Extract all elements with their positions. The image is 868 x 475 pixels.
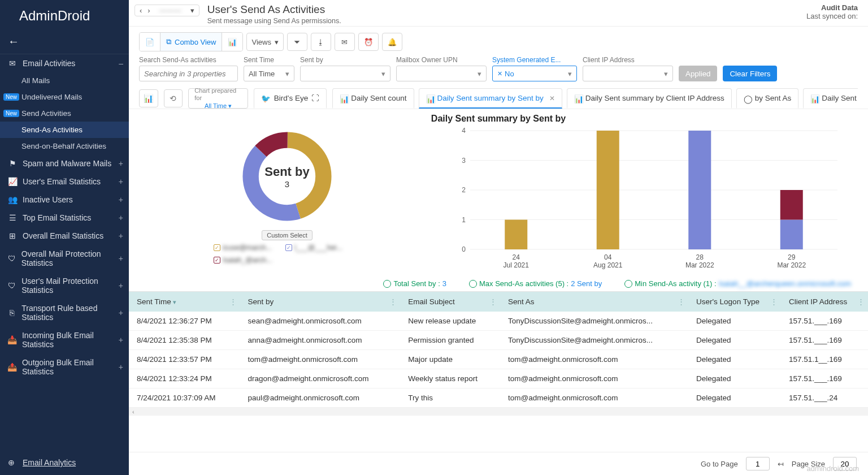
chart-refresh-button[interactable]: ⟲ [164,89,183,107]
nav-prev-icon[interactable]: ‹ [137,6,144,15]
toolbar: 📄 ⧉ Combo View 📊 Views▾ ⏷ ⭳ ✉ ⏰ 🔔 [129,27,868,55]
sidebar-section-label: Incoming Bulk Email Statistics [22,331,122,349]
max-value: 2 Sent by [571,279,602,288]
chart-tab[interactable]: 📊Daily Sent summary by Client IP Address [567,88,732,109]
chart-tab[interactable]: 📊Daily Sent count [332,88,414,109]
legend-checkbox[interactable]: ✓ [214,257,220,264]
sys-dropdown[interactable]: ✕No [492,66,577,81]
views-dropdown[interactable]: Views▾ [246,33,283,51]
clock-icon: ⏰ [364,38,373,46]
svg-rect-16 [597,131,619,249]
cip-dropdown[interactable] [583,66,673,81]
list-view-button[interactable]: 📄 [140,33,160,51]
horizontal-scrollbar[interactable]: ‹ [129,408,868,416]
sidebar-section-email-activities[interactable]: ✉ Email Activities – [0,54,129,72]
sidebar-section[interactable]: ⊞Overall Email Statistics+ [0,227,129,245]
schedule-button[interactable]: ⏰ [358,33,379,51]
sidebar-section[interactable]: 🛡Overall Mail Protection Statistics+ [0,245,129,272]
tab-close-icon[interactable]: ✕ [549,94,555,102]
sidebar-item-label: Send-As Activities [21,126,83,134]
sidebar-section[interactable]: 📤Outgoing Bulk Email Statistics+ [0,353,129,381]
sidebar-item-label: All Mails [21,76,50,85]
table-row[interactable]: 8/4/2021 12:36:27 PMsean@admeight.onmicr… [129,312,868,331]
birds-eye-label: Bird's Eye [274,94,308,102]
table-cell: Permission granted [400,331,500,350]
table-cell: 8/4/2021 12:33:57 PM [129,350,240,369]
column-grip-icon[interactable]: ⋮ [678,297,685,306]
sidebar-item[interactable]: Send-As Activities [0,122,129,138]
chevron-down-icon[interactable]: ▾ [188,6,197,15]
scope-switcher[interactable]: ‹ › ——— ▾ [134,5,199,16]
alert-button[interactable]: 🔔 [382,33,402,51]
chart-tab[interactable]: ◯by Sent As [736,88,799,109]
sidebar-item[interactable]: NewUndelivered Mails [0,89,129,105]
sidebar-section[interactable]: 🛡User's Mail Protection Statistics+ [0,272,129,299]
column-header[interactable]: Sent Time⋮ [129,292,240,312]
svg-text:0: 0 [462,245,466,253]
sidebar-section[interactable]: 📥Incoming Bulk Email Statistics+ [0,326,129,353]
chart-tab-icon: 📊 [340,94,348,102]
column-grip-icon[interactable]: ⋮ [489,297,497,306]
custom-select-button[interactable]: Custom Select [262,230,313,240]
column-grip-icon[interactable]: ⋮ [857,297,865,306]
email-button[interactable]: ✉ [335,33,355,51]
section-icon: ⊞ [7,231,18,240]
chart-type-button[interactable]: 📊 [139,89,158,107]
column-header[interactable]: Client IP Address⋮ [781,292,868,312]
chart-view-button[interactable]: 📊 [222,33,242,51]
column-header[interactable]: User's Logon Type⋮ [688,292,781,312]
column-header[interactable]: Sent As⋮ [500,292,688,312]
table-row[interactable]: 8/4/2021 12:33:24 PMdragon@admeight.onmi… [129,369,868,388]
scroll-left-icon[interactable]: ‹ [129,408,138,415]
search-input[interactable] [139,66,238,81]
legend-checkbox[interactable]: ✓ [214,244,220,251]
legend-checkbox[interactable]: ✓ [285,244,292,251]
page-input[interactable] [746,457,770,470]
sent-by-dropdown[interactable] [300,66,390,81]
combo-icon: ⧉ [166,37,171,46]
column-grip-icon[interactable]: ⋮ [389,297,397,306]
owner-dropdown[interactable] [396,66,487,81]
combo-view-button[interactable]: ⧉ Combo View [160,33,222,51]
mail-icon: ✉ [341,38,348,46]
table-row[interactable]: 8/4/2021 12:33:57 PMtom@admeight.onmicro… [129,350,868,369]
chart-tab[interactable]: 📊Daily Sent summary [803,88,858,109]
download-button[interactable]: ⭳ [311,33,331,51]
table-row[interactable]: 8/4/2021 12:35:38 PManna@admeight.onmicr… [129,331,868,350]
sidebar-section[interactable]: ⚑Spam and Malware Mails+ [0,154,129,172]
column-grip-icon[interactable]: ⋮ [770,297,778,306]
chip-remove-icon[interactable]: ✕ [497,70,502,77]
sent-time-dropdown[interactable]: All Time [244,66,294,81]
sidebar-item[interactable]: All Mails [0,72,129,89]
back-icon[interactable]: ← [8,35,19,48]
birds-eye-tab[interactable]: 🐦 Bird's Eye ⛶ [254,88,327,109]
sidebar: AdminDroid ← ✉ Email Activities – All Ma… [0,0,129,475]
applied-button[interactable]: Applied [679,66,717,81]
column-header[interactable]: Sent by⋮ [240,292,401,312]
column-header[interactable]: Email Subject⋮ [400,292,500,312]
filter-button[interactable]: ⏷ [287,33,307,51]
mail-icon: ✉ [7,59,18,68]
sidebar-section[interactable]: 👥Inactive Users+ [0,191,129,209]
table-cell: Delegated [688,331,781,350]
sidebar-item[interactable]: NewSend Activities [0,105,129,122]
sidebar-section[interactable]: ⎘Transport Rule based Statistics+ [0,299,129,326]
table-row[interactable]: 7/24/2021 10:37:09 AMpaul@admeight.onmic… [129,388,868,408]
chart-meta-value[interactable]: All Time ▾ [205,102,232,109]
expand-icon: + [119,362,123,372]
svg-text:1: 1 [462,216,466,224]
data-table-wrap: Sent Time⋮Sent by⋮Email Subject⋮Sent As⋮… [129,291,868,452]
sidebar-section[interactable]: ☰Top Email Statistics+ [0,209,129,227]
page-go-icon[interactable]: ↤ [778,460,784,468]
clear-filters-button[interactable]: Clear Filters [723,66,777,81]
column-grip-icon[interactable]: ⋮ [229,297,237,306]
sidebar-email-analytics[interactable]: ⊕ Email Analytics [0,450,129,475]
chart-tab[interactable]: 📊Daily Sent summary by Sent by✕ [419,88,562,109]
sidebar-item[interactable]: Send-on-Behalf Activities [0,138,129,154]
app-logo: AdminDroid [0,0,129,31]
table-cell: 8/4/2021 12:35:38 PM [129,331,240,350]
table-cell: Try this [400,388,500,408]
table-cell: tom@admeight.onmicrosoft.com [240,350,401,369]
nav-next-icon[interactable]: › [145,6,152,15]
sidebar-section[interactable]: 📈User's Email Statistics+ [0,172,129,191]
